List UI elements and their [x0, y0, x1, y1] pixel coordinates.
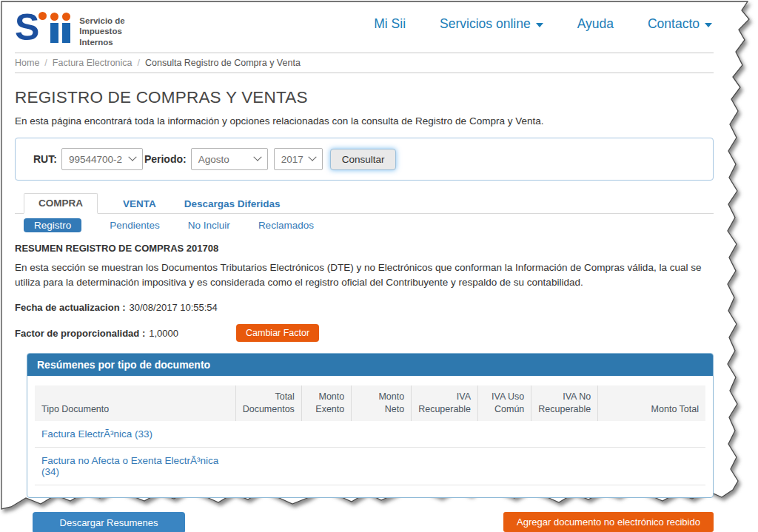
table-header-row: Tipo Documento Total Documentos Monto Ex…	[35, 385, 705, 421]
logo-letter-s: S	[15, 13, 38, 43]
breadcrumb-home[interactable]: Home	[15, 58, 39, 68]
factura-no-afecta-link[interactable]: Factura no Afecta o Exenta ElectrÃ³nica …	[41, 455, 218, 477]
screenshot-stage: S Servicio de Impuestos Internos	[0, 0, 758, 532]
year-select[interactable]: 2017	[274, 148, 323, 170]
page-intro: En esta página encontrará toda la inform…	[15, 115, 714, 127]
logo-letter-i	[62, 13, 70, 43]
nav-mi-sii[interactable]: Mi Sii	[374, 16, 406, 32]
factor-line: Factor de proporcionalidad : 1,0000 Camb…	[15, 324, 714, 342]
main-nav: Mi Sii Servicios online Ayuda Contacto	[374, 16, 712, 32]
nav-servicios-online[interactable]: Servicios online	[440, 16, 543, 32]
subtab-no-incluir[interactable]: No Incluir	[188, 220, 230, 231]
page-content: S Servicio de Impuestos Internos	[0, 0, 758, 532]
breadcrumb-separator: /	[44, 58, 47, 68]
download-buttons: Descargar Resumenes Descargar Detalles	[33, 512, 185, 532]
main-tabs: COMPRA VENTA Descargas Diferidas	[15, 193, 714, 214]
col-monto-total: Monto Total	[598, 385, 705, 421]
filter-box: RUT: 99544700-2 Periodo: Agosto 2017 Con…	[15, 138, 714, 181]
col-monto-neto: Monto Neto	[352, 385, 412, 421]
subtab-pendientes[interactable]: Pendientes	[110, 220, 160, 231]
document-action-buttons: Agregar documento no electrónico recibid…	[503, 512, 714, 532]
tab-descargas-diferidas[interactable]: Descargas Diferidas	[181, 195, 284, 213]
subtab-registro[interactable]: Registro	[24, 218, 81, 232]
sii-logo-mark: S	[15, 9, 70, 43]
page-title: REGISTRO DE COMPRAS Y VENTAS	[15, 88, 714, 107]
col-iva-uso-comun: IVA Uso Común	[478, 385, 531, 421]
fecha-label: Fecha de actualizacion :	[15, 302, 126, 313]
chevron-down-icon	[253, 153, 261, 161]
logo-subtitle: Servicio de Impuestos Internos	[79, 16, 124, 47]
col-monto-exento: Monto Exento	[301, 385, 351, 421]
factor-value: 1,0000	[149, 328, 178, 339]
chevron-down-icon	[128, 153, 136, 161]
subtab-reclamados[interactable]: Reclamados	[258, 220, 314, 231]
table-row: Factura no Afecta o Exenta ElectrÃ³nica …	[35, 448, 705, 485]
tab-compra[interactable]: COMPRA	[24, 193, 98, 214]
col-iva-no-recuperable: IVA No Recuperable	[531, 385, 598, 421]
breadcrumb-current: Consulta Registro de Compra y Venta	[145, 58, 301, 68]
col-iva-recuperable: IVA Recuperable	[412, 385, 478, 421]
factura-electronica-link[interactable]: Factura ElectrÃ³nica (33)	[41, 428, 152, 440]
rut-select[interactable]: 99544700-2	[61, 148, 143, 170]
resumen-heading: RESUMEN REGISTRO DE COMPRAS 201708	[15, 243, 714, 254]
sub-tabs: Registro Pendientes No Incluir Reclamado…	[15, 214, 714, 236]
caret-down-icon	[536, 23, 543, 27]
nav-ayuda[interactable]: Ayuda	[577, 16, 614, 32]
document-summary-table: Tipo Documento Total Documentos Monto Ex…	[35, 385, 705, 485]
nav-contacto[interactable]: Contacto	[648, 16, 712, 32]
rut-label: RUT:	[33, 153, 57, 165]
logo-orange-dot-icon	[38, 12, 47, 20]
logo-orange-dot-icon	[50, 13, 58, 21]
resumen-description: En esta sección se muestran los Document…	[15, 260, 714, 289]
bottom-actions: Descargar Resumenes Descargar Detalles A…	[15, 512, 714, 532]
breadcrumb-separator: /	[138, 58, 140, 68]
logo-letter-i	[50, 13, 58, 43]
table-row: Factura ElectrÃ³nica (33)	[35, 421, 705, 448]
agregar-documento-button[interactable]: Agregar documento no electrónico recibid…	[503, 512, 714, 532]
periodo-label: Periodo:	[144, 153, 187, 165]
chevron-down-icon	[308, 153, 316, 161]
col-tipo-documento: Tipo Documento	[35, 385, 235, 421]
sii-logo[interactable]: S Servicio de Impuestos Internos	[15, 9, 125, 47]
descargar-resumenes-button[interactable]: Descargar Resumenes	[33, 512, 185, 532]
month-select[interactable]: Agosto	[191, 148, 268, 170]
factor-label: Factor de proporcionalidad :	[15, 328, 145, 339]
resumenes-panel: Resúmenes por tipo de documento Tipo Doc…	[27, 353, 714, 498]
tab-venta[interactable]: VENTA	[120, 195, 159, 213]
site-header: S Servicio de Impuestos Internos	[15, 6, 714, 47]
panel-title: Resúmenes por tipo de documento	[27, 354, 713, 376]
breadcrumb: Home / Factura Electronica / Consulta Re…	[15, 53, 714, 73]
col-total-documentos: Total Documentos	[235, 385, 301, 421]
panel-body: Tipo Documento Total Documentos Monto Ex…	[27, 376, 713, 497]
consultar-button[interactable]: Consultar	[330, 149, 397, 170]
fecha-value: 30/08/2017 10:55:54	[130, 302, 218, 313]
caret-down-icon	[705, 23, 712, 27]
cambiar-factor-button[interactable]: Cambiar Factor	[236, 324, 319, 342]
logo-orange-dot-icon	[62, 13, 70, 21]
breadcrumb-factura-electronica[interactable]: Factura Electronica	[53, 58, 133, 68]
fecha-actualizacion-line: Fecha de actualizacion : 30/08/2017 10:5…	[15, 302, 714, 313]
